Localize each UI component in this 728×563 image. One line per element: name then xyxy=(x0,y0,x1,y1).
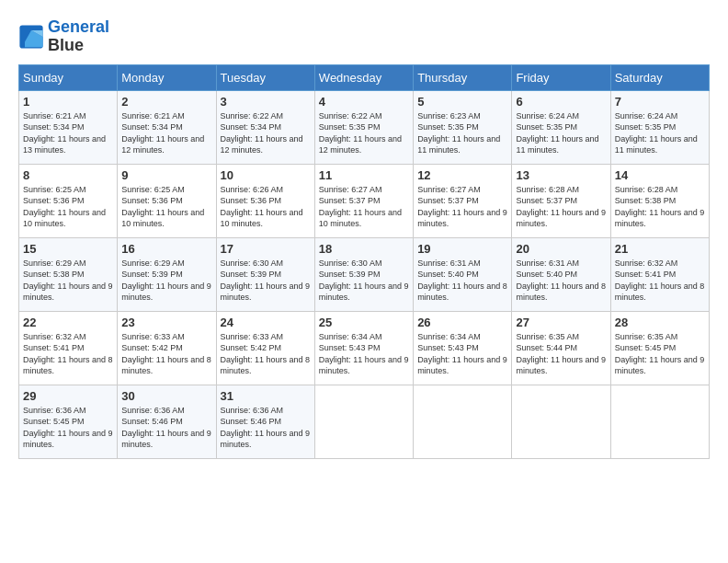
day-info: Sunrise: 6:36 AM Sunset: 5:45 PM Dayligh… xyxy=(23,405,113,451)
calendar-cell xyxy=(610,385,709,458)
calendar-cell: 3 Sunrise: 6:22 AM Sunset: 5:34 PM Dayli… xyxy=(216,90,314,164)
day-number: 19 xyxy=(417,242,507,256)
calendar-cell: 9 Sunrise: 6:25 AM Sunset: 5:36 PM Dayli… xyxy=(118,164,216,237)
calendar-cell: 26 Sunrise: 6:34 AM Sunset: 5:43 PM Dayl… xyxy=(414,311,512,385)
day-info: Sunrise: 6:27 AM Sunset: 5:37 PM Dayligh… xyxy=(319,184,409,230)
calendar-cell: 20 Sunrise: 6:31 AM Sunset: 5:40 PM Dayl… xyxy=(512,237,610,311)
calendar-cell: 27 Sunrise: 6:35 AM Sunset: 5:44 PM Dayl… xyxy=(512,311,610,385)
calendar-cell: 5 Sunrise: 6:23 AM Sunset: 5:35 PM Dayli… xyxy=(414,90,512,164)
day-info: Sunrise: 6:33 AM Sunset: 5:42 PM Dayligh… xyxy=(221,331,311,377)
logo-text: General Blue xyxy=(48,18,109,55)
day-info: Sunrise: 6:25 AM Sunset: 5:36 PM Dayligh… xyxy=(23,184,113,230)
col-header-monday: Monday xyxy=(118,64,216,90)
calendar-cell: 28 Sunrise: 6:35 AM Sunset: 5:45 PM Dayl… xyxy=(610,311,709,385)
day-info: Sunrise: 6:29 AM Sunset: 5:38 PM Dayligh… xyxy=(23,258,113,304)
day-number: 15 xyxy=(23,242,113,256)
day-number: 3 xyxy=(221,95,311,109)
day-info: Sunrise: 6:25 AM Sunset: 5:36 PM Dayligh… xyxy=(121,184,211,230)
day-number: 21 xyxy=(615,242,705,256)
calendar-cell: 21 Sunrise: 6:32 AM Sunset: 5:41 PM Dayl… xyxy=(610,237,709,311)
day-number: 11 xyxy=(319,168,409,182)
day-number: 7 xyxy=(615,95,705,109)
day-info: Sunrise: 6:32 AM Sunset: 5:41 PM Dayligh… xyxy=(23,331,113,377)
calendar-cell: 13 Sunrise: 6:28 AM Sunset: 5:37 PM Dayl… xyxy=(512,164,610,237)
day-number: 22 xyxy=(23,316,113,329)
calendar-cell xyxy=(512,385,610,458)
day-number: 13 xyxy=(516,168,606,182)
col-header-wednesday: Wednesday xyxy=(314,64,413,90)
day-number: 6 xyxy=(516,95,606,109)
day-info: Sunrise: 6:21 AM Sunset: 5:34 PM Dayligh… xyxy=(23,110,113,156)
day-number: 2 xyxy=(121,95,211,109)
calendar-week-4: 22 Sunrise: 6:32 AM Sunset: 5:41 PM Dayl… xyxy=(19,311,710,385)
day-number: 16 xyxy=(121,242,211,256)
day-info: Sunrise: 6:29 AM Sunset: 5:39 PM Dayligh… xyxy=(121,258,211,304)
day-number: 30 xyxy=(121,389,211,403)
calendar-cell: 7 Sunrise: 6:24 AM Sunset: 5:35 PM Dayli… xyxy=(610,90,709,164)
logo: General Blue xyxy=(18,18,109,55)
day-number: 20 xyxy=(516,242,606,256)
calendar-cell: 11 Sunrise: 6:27 AM Sunset: 5:37 PM Dayl… xyxy=(314,164,413,237)
col-header-saturday: Saturday xyxy=(610,64,709,90)
day-info: Sunrise: 6:21 AM Sunset: 5:34 PM Dayligh… xyxy=(121,110,211,156)
day-number: 26 xyxy=(417,316,507,329)
day-info: Sunrise: 6:30 AM Sunset: 5:39 PM Dayligh… xyxy=(319,258,409,304)
day-number: 14 xyxy=(615,168,705,182)
calendar-cell: 30 Sunrise: 6:36 AM Sunset: 5:46 PM Dayl… xyxy=(118,385,216,458)
calendar-week-3: 15 Sunrise: 6:29 AM Sunset: 5:38 PM Dayl… xyxy=(19,237,710,311)
col-header-friday: Friday xyxy=(512,64,610,90)
day-info: Sunrise: 6:34 AM Sunset: 5:43 PM Dayligh… xyxy=(417,331,507,377)
calendar-cell: 19 Sunrise: 6:31 AM Sunset: 5:40 PM Dayl… xyxy=(414,237,512,311)
day-info: Sunrise: 6:34 AM Sunset: 5:43 PM Dayligh… xyxy=(319,331,409,377)
day-number: 4 xyxy=(319,95,409,109)
calendar-table: SundayMondayTuesdayWednesdayThursdayFrid… xyxy=(18,64,710,459)
calendar-cell: 23 Sunrise: 6:33 AM Sunset: 5:42 PM Dayl… xyxy=(118,311,216,385)
calendar-cell: 17 Sunrise: 6:30 AM Sunset: 5:39 PM Dayl… xyxy=(216,237,314,311)
calendar-cell: 31 Sunrise: 6:36 AM Sunset: 5:46 PM Dayl… xyxy=(216,385,314,458)
calendar-cell: 22 Sunrise: 6:32 AM Sunset: 5:41 PM Dayl… xyxy=(19,311,118,385)
calendar-week-5: 29 Sunrise: 6:36 AM Sunset: 5:45 PM Dayl… xyxy=(19,385,710,458)
day-info: Sunrise: 6:32 AM Sunset: 5:41 PM Dayligh… xyxy=(615,258,705,304)
calendar-cell: 8 Sunrise: 6:25 AM Sunset: 5:36 PM Dayli… xyxy=(19,164,118,237)
calendar-cell: 18 Sunrise: 6:30 AM Sunset: 5:39 PM Dayl… xyxy=(314,237,413,311)
day-number: 10 xyxy=(221,168,311,182)
day-number: 27 xyxy=(516,316,606,329)
calendar-cell: 6 Sunrise: 6:24 AM Sunset: 5:35 PM Dayli… xyxy=(512,90,610,164)
calendar-cell: 24 Sunrise: 6:33 AM Sunset: 5:42 PM Dayl… xyxy=(216,311,314,385)
day-number: 17 xyxy=(221,242,311,256)
day-number: 18 xyxy=(319,242,409,256)
calendar-cell: 2 Sunrise: 6:21 AM Sunset: 5:34 PM Dayli… xyxy=(118,90,216,164)
day-info: Sunrise: 6:27 AM Sunset: 5:37 PM Dayligh… xyxy=(417,184,507,230)
day-info: Sunrise: 6:33 AM Sunset: 5:42 PM Dayligh… xyxy=(121,331,211,377)
calendar-cell: 12 Sunrise: 6:27 AM Sunset: 5:37 PM Dayl… xyxy=(414,164,512,237)
day-number: 12 xyxy=(417,168,507,182)
day-info: Sunrise: 6:22 AM Sunset: 5:35 PM Dayligh… xyxy=(319,110,409,156)
day-info: Sunrise: 6:35 AM Sunset: 5:45 PM Dayligh… xyxy=(615,331,705,377)
day-number: 1 xyxy=(23,95,113,109)
day-info: Sunrise: 6:22 AM Sunset: 5:34 PM Dayligh… xyxy=(221,110,311,156)
calendar-cell: 25 Sunrise: 6:34 AM Sunset: 5:43 PM Dayl… xyxy=(314,311,413,385)
day-number: 29 xyxy=(23,389,113,403)
col-header-tuesday: Tuesday xyxy=(216,64,314,90)
col-header-thursday: Thursday xyxy=(414,64,512,90)
calendar-week-2: 8 Sunrise: 6:25 AM Sunset: 5:36 PM Dayli… xyxy=(19,164,710,237)
day-info: Sunrise: 6:26 AM Sunset: 5:36 PM Dayligh… xyxy=(221,184,311,230)
day-info: Sunrise: 6:30 AM Sunset: 5:39 PM Dayligh… xyxy=(221,258,311,304)
calendar-cell: 15 Sunrise: 6:29 AM Sunset: 5:38 PM Dayl… xyxy=(19,237,118,311)
day-info: Sunrise: 6:36 AM Sunset: 5:46 PM Dayligh… xyxy=(221,405,311,451)
calendar-cell: 4 Sunrise: 6:22 AM Sunset: 5:35 PM Dayli… xyxy=(314,90,413,164)
day-info: Sunrise: 6:28 AM Sunset: 5:37 PM Dayligh… xyxy=(516,184,606,230)
day-info: Sunrise: 6:36 AM Sunset: 5:46 PM Dayligh… xyxy=(121,405,211,451)
calendar-week-1: 1 Sunrise: 6:21 AM Sunset: 5:34 PM Dayli… xyxy=(19,90,710,164)
day-info: Sunrise: 6:31 AM Sunset: 5:40 PM Dayligh… xyxy=(417,258,507,304)
calendar-cell: 16 Sunrise: 6:29 AM Sunset: 5:39 PM Dayl… xyxy=(118,237,216,311)
day-info: Sunrise: 6:23 AM Sunset: 5:35 PM Dayligh… xyxy=(417,110,507,156)
calendar-cell: 29 Sunrise: 6:36 AM Sunset: 5:45 PM Dayl… xyxy=(19,385,118,458)
day-info: Sunrise: 6:28 AM Sunset: 5:38 PM Dayligh… xyxy=(615,184,705,230)
day-number: 28 xyxy=(615,316,705,329)
day-number: 23 xyxy=(121,316,211,329)
day-number: 5 xyxy=(417,95,507,109)
calendar-cell: 10 Sunrise: 6:26 AM Sunset: 5:36 PM Dayl… xyxy=(216,164,314,237)
logo-icon xyxy=(18,24,44,50)
page-header: General Blue xyxy=(18,18,710,55)
